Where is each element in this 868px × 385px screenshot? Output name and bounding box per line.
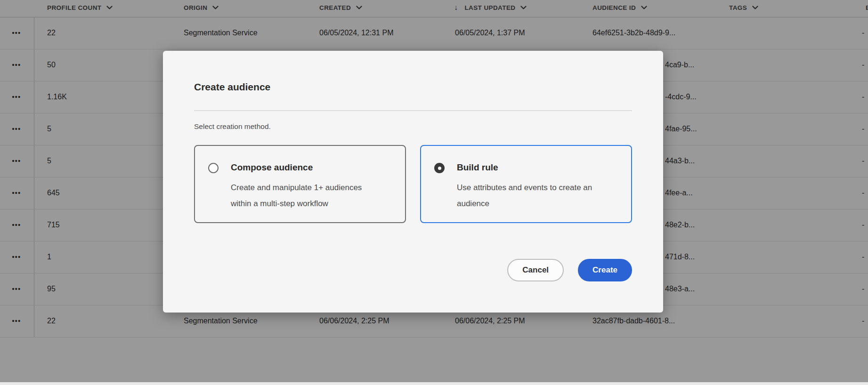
option-description: Use attributes and events to create an a… (457, 180, 605, 212)
creation-method-options: Compose audience Create and manipulate 1… (194, 145, 632, 223)
dialog-actions: Cancel Create (507, 259, 632, 281)
radio-dot (438, 167, 441, 170)
dialog-divider (194, 110, 632, 111)
option-text: Compose audience Create and manipulate 1… (231, 162, 379, 212)
option-title: Build rule (457, 162, 605, 173)
radio-unselected-icon[interactable] (208, 163, 219, 173)
create-button[interactable]: Create (578, 259, 632, 281)
option-description: Create and manipulate 1+ audiences withi… (231, 180, 379, 212)
bottom-edge-strip (0, 382, 868, 385)
option-card-compose-audience[interactable]: Compose audience Create and manipulate 1… (194, 145, 406, 223)
option-card-build-rule[interactable]: Build rule Use attributes and events to … (420, 145, 632, 223)
dialog-title: Create audience (194, 81, 632, 93)
cancel-button[interactable]: Cancel (507, 259, 564, 281)
option-text: Build rule Use attributes and events to … (457, 162, 605, 212)
option-title: Compose audience (231, 162, 379, 173)
create-audience-dialog: Create audience Select creation method. … (163, 51, 663, 313)
dialog-subtitle: Select creation method. (194, 122, 632, 131)
radio-selected-icon[interactable] (434, 163, 445, 173)
